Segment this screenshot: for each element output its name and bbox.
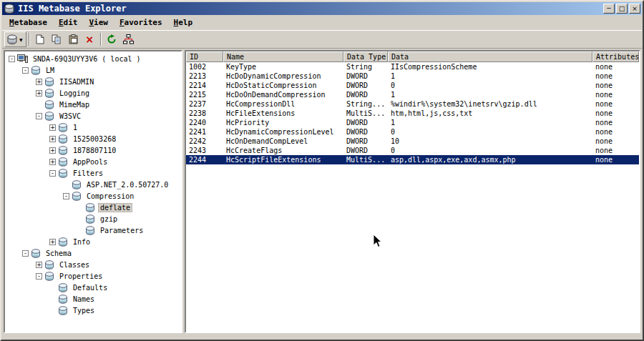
tree-item-lm[interactable]: -LM xyxy=(5,64,181,76)
tree-item-compression[interactable]: -Compression xyxy=(5,190,181,202)
tree-item-label: W3SVC xyxy=(57,112,83,121)
cell-name: HcDoOnDemandCompression xyxy=(223,90,343,99)
column-header-attributes[interactable]: Attributes xyxy=(592,51,639,62)
window-title: IIS Metabase Explorer xyxy=(18,4,600,14)
list-panel: IDNameData TypeDataAttributes 1002KeyTyp… xyxy=(185,50,640,333)
expand-plus-icon[interactable]: + xyxy=(49,159,56,165)
cell-type: String... xyxy=(343,99,388,109)
menu-edit[interactable]: Edit xyxy=(53,16,84,29)
close-button[interactable]: × xyxy=(629,4,640,14)
table-row-2243[interactable]: 2243HcCreateFlagsDWORD0none xyxy=(186,146,639,155)
expand-plus-icon[interactable]: + xyxy=(36,90,42,97)
new-key-button[interactable] xyxy=(32,32,49,47)
expand-plus-icon[interactable]: + xyxy=(49,124,56,131)
cell-id: 2213 xyxy=(186,71,223,81)
menu-favorites[interactable]: Favorites xyxy=(114,16,168,29)
expander-spacer xyxy=(77,216,83,222)
table-row-2241[interactable]: 2241HcDynamicCompressionLevelDWORD0none xyxy=(186,127,639,137)
menu-view[interactable]: View xyxy=(83,16,114,29)
tree-item-label: Filters xyxy=(71,169,105,178)
tree-item-1525003268[interactable]: +1525003268 xyxy=(5,133,181,144)
menu-help[interactable]: Help xyxy=(168,16,199,29)
collapse-minus-icon[interactable]: - xyxy=(36,273,42,280)
tree-item-mimemap[interactable]: MimeMap xyxy=(5,99,181,110)
tree-item-label: LM xyxy=(44,66,57,75)
table-row-2238[interactable]: 2238HcFileExtensionsMultiS...htm,html,js… xyxy=(186,109,639,118)
cell-type: DWORD xyxy=(343,127,388,137)
expand-plus-icon[interactable]: + xyxy=(36,79,42,85)
expand-plus-icon[interactable]: + xyxy=(49,239,56,245)
chevron-down-icon[interactable]: ▼ xyxy=(18,37,24,42)
copy-button[interactable] xyxy=(49,32,65,47)
network-button[interactable] xyxy=(120,32,137,47)
expand-plus-icon[interactable]: + xyxy=(36,262,42,268)
refresh-icon xyxy=(107,34,117,44)
menubar: MetabaseEditViewFavoritesHelp xyxy=(2,15,642,30)
cell-type: DWORD xyxy=(343,71,388,81)
collapse-minus-icon[interactable]: - xyxy=(22,250,29,257)
table-row-2242[interactable]: 2242HcOnDemandCompLevelDWORD10none xyxy=(186,137,639,146)
paste-button[interactable] xyxy=(65,32,82,47)
expand-plus-icon[interactable]: + xyxy=(49,147,56,154)
table-row-2244[interactable]: 2244HcScriptFileExtensionsMultiS...asp,d… xyxy=(186,155,639,164)
database-icon xyxy=(58,134,68,144)
column-header-data-type[interactable]: Data Type xyxy=(343,51,388,62)
tree-item-1[interactable]: +1 xyxy=(5,122,181,133)
menu-metabase[interactable]: Metabase xyxy=(4,16,53,29)
connect-split-button[interactable]: ▼ xyxy=(4,31,26,47)
tree-item-classes[interactable]: +Classes xyxy=(5,259,181,270)
tree-item-w3svc[interactable]: -W3SVC xyxy=(5,110,181,122)
tree-item-iisadmin[interactable]: +IISADMIN xyxy=(5,76,181,87)
delete-button[interactable]: × xyxy=(82,32,98,47)
database-icon xyxy=(58,157,68,167)
tree-item-deflate[interactable]: deflate xyxy=(5,202,181,213)
table-row-1002[interactable]: 1002KeyTypeStringIIsCompressionSchemenon… xyxy=(186,62,639,71)
table-row-2237[interactable]: 2237HcCompressionDllString...%windir%\sy… xyxy=(186,99,639,109)
tree-item-logging[interactable]: +Logging xyxy=(5,87,181,99)
expand-plus-icon[interactable]: + xyxy=(49,136,56,142)
tree-item-properties[interactable]: -Properties xyxy=(5,270,181,282)
refresh-button[interactable] xyxy=(104,32,120,47)
tree-item-gzip[interactable]: gzip xyxy=(5,213,181,224)
minimize-button[interactable]: ─ xyxy=(603,4,615,14)
tree-item-schema[interactable]: -Schema xyxy=(5,247,181,259)
collapse-minus-icon[interactable]: - xyxy=(36,113,42,119)
cell-id: 2238 xyxy=(186,109,223,118)
window-bottom-frame xyxy=(2,335,642,339)
tree-item-defaults[interactable]: Defaults xyxy=(5,282,181,293)
tree-item-1878807110[interactable]: +1878807110 xyxy=(5,144,181,156)
database-icon xyxy=(31,249,41,258)
tree-item-label: Defaults xyxy=(71,283,109,292)
table-row-2213[interactable]: 2213HcDoDynamicCompressionDWORD1none xyxy=(186,71,639,81)
collapse-minus-icon[interactable]: - xyxy=(49,170,56,177)
cell-data: asp,dll,aspx,exe,axd,asmx,php xyxy=(388,155,592,164)
column-header-id[interactable]: ID xyxy=(186,51,223,62)
table-row-2214[interactable]: 2214HcDoStaticCompressionDWORD0none xyxy=(186,81,639,90)
tree-item-names[interactable]: Names xyxy=(5,293,181,305)
expander-spacer xyxy=(49,296,56,302)
cell-name: HcScriptFileExtensions xyxy=(223,155,343,164)
collapse-minus-icon[interactable]: - xyxy=(63,193,69,199)
maximize-button[interactable]: □ xyxy=(616,4,628,14)
tree-item-info[interactable]: +Info xyxy=(5,236,181,247)
tree-item-apppools[interactable]: +AppPools xyxy=(5,156,181,167)
tree-item-asp-net-2-0-50727-0[interactable]: ASP.NET_2.0.50727.0 xyxy=(5,179,181,190)
tree-item-filters[interactable]: -Filters xyxy=(5,167,181,179)
tree-item-snda-69q3uyy3v6-local[interactable]: -SNDA-69Q3UYY3V6 ( local ) xyxy=(5,53,181,64)
computer-icon xyxy=(17,54,28,64)
tree-item-label: 1 xyxy=(71,123,79,132)
column-header-data[interactable]: Data xyxy=(388,51,592,62)
collapse-minus-icon[interactable]: - xyxy=(22,67,29,74)
column-header-name[interactable]: Name xyxy=(223,51,343,62)
tree-item-parameters[interactable]: Parameters xyxy=(5,224,181,236)
database-icon xyxy=(72,180,82,189)
database-icon xyxy=(72,192,82,201)
cell-type: DWORD xyxy=(343,81,388,90)
cell-data: 1 xyxy=(388,90,592,99)
tree-item-types[interactable]: Types xyxy=(5,305,181,316)
collapse-minus-icon[interactable]: - xyxy=(9,56,15,62)
main-content: -SNDA-69Q3UYY3V6 ( local )-LM+IISADMIN+L… xyxy=(2,49,642,335)
database-icon xyxy=(44,112,54,121)
table-row-2240[interactable]: 2240HcPriorityDWORD1none xyxy=(186,118,639,127)
table-row-2215[interactable]: 2215HcDoOnDemandCompressionDWORD1none xyxy=(186,90,639,99)
